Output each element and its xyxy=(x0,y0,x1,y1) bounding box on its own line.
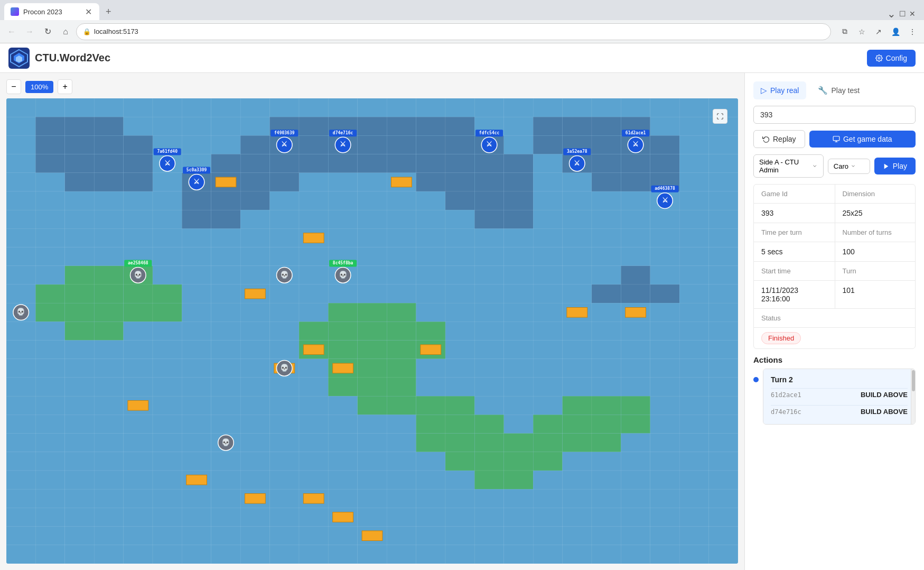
menu-button[interactable]: ⋮ xyxy=(905,24,920,39)
browser-chrome: Procon 2023 ✕ + ⌄ ☐ ✕ ← → ↻ ⌂ 🔒 localhos… xyxy=(0,0,924,570)
home-button[interactable]: ⌂ xyxy=(58,24,73,39)
logo-text: CTU.Word2Vec xyxy=(35,52,110,64)
play-real-icon: ▷ xyxy=(761,86,767,95)
extensions-button[interactable]: ⧉ xyxy=(837,24,852,39)
close-window-button[interactable]: ✕ xyxy=(909,10,916,18)
dimension-header: Dimension xyxy=(835,185,916,203)
address-bar[interactable]: 🔒 localhost:5173 xyxy=(76,23,831,40)
minimize-button[interactable]: ⌄ xyxy=(887,7,896,20)
side-selector-chevron-icon xyxy=(812,163,817,169)
zoom-level: 100% xyxy=(25,81,53,93)
app: CTU.Word2Vec Config − 100% + xyxy=(0,43,924,570)
url-text: localhost:5173 xyxy=(94,27,138,35)
turn-header: Turn xyxy=(835,262,916,280)
lock-icon: 🔒 xyxy=(83,28,91,35)
action-type-0: BUILD ABOVE xyxy=(861,391,908,399)
time-per-turn-header: Time per turn xyxy=(754,223,835,242)
play-tabs: ▷ Play real 🔧 Play test xyxy=(753,81,916,99)
info-row-status-header: Status xyxy=(754,308,915,327)
replay-label: Replay xyxy=(773,135,796,143)
forward-button[interactable]: → xyxy=(22,24,37,39)
play-test-icon: 🔧 xyxy=(818,86,828,95)
start-time-header: Start time xyxy=(754,262,835,280)
replay-icon xyxy=(762,135,770,143)
turn-value: 101 xyxy=(835,281,916,308)
active-tab[interactable]: Procon 2023 ✕ xyxy=(4,3,99,20)
map-controls: − 100% + xyxy=(6,79,738,94)
number-of-turns-value: 100 xyxy=(835,242,916,261)
zoom-in-button[interactable]: + xyxy=(58,79,72,94)
app-logo: CTU.Word2Vec xyxy=(8,48,110,69)
info-table: Game Id Dimension 393 25x25 Time per tur… xyxy=(753,184,916,349)
action-entry-1: d74e716c BUILD ABOVE xyxy=(771,405,908,418)
svg-rect-5 xyxy=(833,136,839,141)
back-button[interactable]: ← xyxy=(4,24,19,39)
browser-toolbar: ← → ↻ ⌂ 🔒 localhost:5173 ⧉ ☆ ↗ 👤 ⋮ xyxy=(0,20,924,43)
actions-title: Actions xyxy=(753,355,916,364)
action-entry-0: 61d2ace1 BUILD ABOVE xyxy=(771,388,908,401)
tab-title: Procon 2023 xyxy=(23,8,62,16)
play-real-label: Play real xyxy=(770,86,799,95)
side-selector-label: Side A - CTU Admin xyxy=(759,158,812,174)
toolbar-right: ⧉ ☆ ↗ 👤 ⋮ xyxy=(837,24,920,39)
game-id-value: 393 xyxy=(754,204,835,223)
logo-icon xyxy=(8,48,30,69)
zoom-out-button[interactable]: − xyxy=(6,79,21,94)
action-dot xyxy=(753,377,759,382)
info-row-status-value: Finished xyxy=(754,327,915,348)
info-row-start-header: Start time Turn xyxy=(754,261,915,280)
scroll-thumb xyxy=(912,370,915,391)
info-row-start-value: 11/11/2023 23:16:00 101 xyxy=(754,280,915,308)
game-action-row: Replay Get game data xyxy=(753,130,916,148)
get-game-data-label: Get game data xyxy=(843,135,892,143)
restore-button[interactable]: ☐ xyxy=(899,10,906,18)
dimension-value: 25x25 xyxy=(835,204,916,223)
play-game-label: Play xyxy=(893,162,907,170)
game-map-canvas xyxy=(6,98,738,564)
action-type-1: BUILD ABOVE xyxy=(861,408,908,416)
config-icon xyxy=(875,54,883,62)
refresh-button[interactable]: ↻ xyxy=(40,24,55,39)
browser-tabs: Procon 2023 ✕ + ⌄ ☐ ✕ xyxy=(0,0,924,20)
time-per-turn-value: 5 secs xyxy=(754,242,835,261)
svg-point-4 xyxy=(878,57,880,59)
actions-list: Turn 2 61d2ace1 BUILD ABOVE d74e716c BUI… xyxy=(763,369,916,425)
status-cell: Finished xyxy=(754,328,835,348)
action-turn-item: Turn 2 61d2ace1 BUILD ABOVE d74e716c BUI… xyxy=(763,369,915,424)
info-row-game-id-header: Game Id Dimension xyxy=(754,185,915,203)
caro-chevron-icon xyxy=(851,163,856,169)
status-header: Status xyxy=(754,309,835,327)
caro-label: Caro xyxy=(834,162,848,170)
share-button[interactable]: ↗ xyxy=(871,24,886,39)
config-button[interactable]: Config xyxy=(867,50,916,67)
play-real-tab[interactable]: ▷ Play real xyxy=(753,81,806,99)
play-game-button[interactable]: Play xyxy=(874,158,916,174)
replay-button[interactable]: Replay xyxy=(753,130,805,148)
app-header: CTU.Word2Vec Config xyxy=(0,43,924,73)
play-icon xyxy=(883,163,890,170)
config-label: Config xyxy=(886,54,907,62)
actions-section: Actions Turn 2 61d2ace1 BUILD ABOVE xyxy=(753,355,916,425)
new-tab-button[interactable]: + xyxy=(101,3,116,20)
caro-selector[interactable]: Caro xyxy=(828,159,870,174)
scroll-indicator[interactable] xyxy=(911,369,915,424)
get-game-data-button[interactable]: Get game data xyxy=(809,131,916,148)
info-row-time-value: 5 secs 100 xyxy=(754,242,915,261)
fullscreen-icon xyxy=(716,113,724,120)
profile-button[interactable]: 👤 xyxy=(888,24,903,39)
side-selector[interactable]: Side A - CTU Admin xyxy=(753,154,824,178)
sidebar: ▷ Play real 🔧 Play test xyxy=(744,73,924,570)
status-badge: Finished xyxy=(761,332,801,344)
star-button[interactable]: ☆ xyxy=(854,24,869,39)
action-list-outer: Turn 2 61d2ace1 BUILD ABOVE d74e716c BUI… xyxy=(753,369,916,425)
get-data-icon xyxy=(833,135,840,143)
tab-close-button[interactable]: ✕ xyxy=(83,7,93,16)
action-agent-0: 61d2ace1 xyxy=(771,391,801,399)
map-area: − 100% + xyxy=(0,73,744,570)
action-turn-label: Turn 2 xyxy=(771,375,908,384)
info-row-time-header: Time per turn Number of turns xyxy=(754,223,915,242)
game-id-input[interactable] xyxy=(753,106,916,124)
play-test-tab[interactable]: 🔧 Play test xyxy=(810,81,867,99)
fullscreen-button[interactable] xyxy=(713,109,727,124)
game-canvas xyxy=(6,98,738,564)
